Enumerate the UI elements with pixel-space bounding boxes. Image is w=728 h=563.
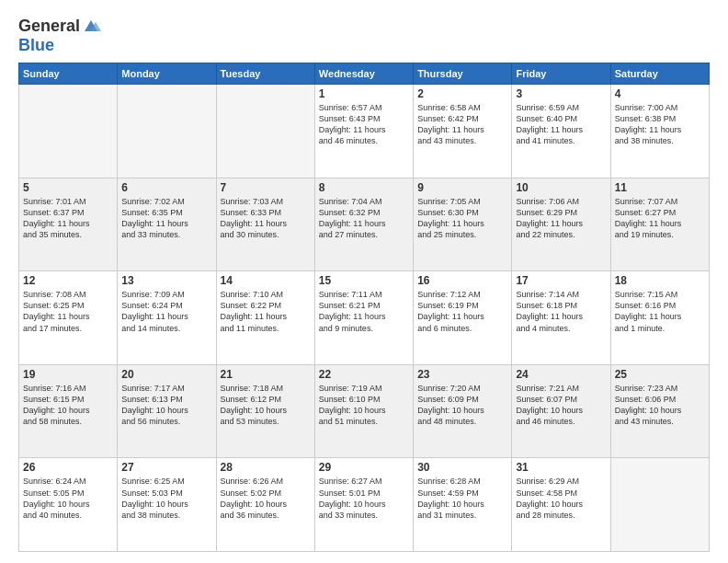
day-number: 14	[221, 274, 311, 287]
day-info: Sunrise: 7:12 AM Sunset: 6:19 PM Dayligh…	[417, 289, 507, 334]
calendar-cell: 7Sunrise: 7:03 AM Sunset: 6:33 PM Daylig…	[216, 178, 314, 271]
calendar-cell: 21Sunrise: 7:18 AM Sunset: 6:12 PM Dayli…	[216, 364, 314, 458]
logo-blue-text: Blue	[18, 36, 54, 55]
day-number: 3	[516, 87, 606, 100]
day-info: Sunrise: 6:27 AM Sunset: 5:01 PM Dayligh…	[319, 476, 409, 521]
logo-general-text: General	[18, 17, 80, 36]
calendar-cell: 11Sunrise: 7:07 AM Sunset: 6:27 PM Dayli…	[610, 178, 709, 271]
day-info: Sunrise: 7:05 AM Sunset: 6:30 PM Dayligh…	[417, 196, 507, 241]
calendar-cell: 14Sunrise: 7:10 AM Sunset: 6:22 PM Dayli…	[216, 271, 314, 365]
day-info: Sunrise: 7:19 AM Sunset: 6:10 PM Dayligh…	[319, 383, 409, 428]
day-number: 22	[319, 368, 409, 381]
calendar-page: General Blue SundayMondayTuesdayWednesda…	[0, 0, 728, 563]
calendar-week-row: 26Sunrise: 6:24 AM Sunset: 5:05 PM Dayli…	[19, 458, 710, 552]
calendar-cell: 26Sunrise: 6:24 AM Sunset: 5:05 PM Dayli…	[19, 458, 118, 552]
calendar-cell: 24Sunrise: 7:21 AM Sunset: 6:07 PM Dayli…	[512, 364, 610, 458]
day-number: 30	[417, 461, 507, 474]
day-number: 17	[516, 274, 606, 287]
calendar-week-row: 19Sunrise: 7:16 AM Sunset: 6:15 PM Dayli…	[19, 364, 710, 458]
calendar-cell: 4Sunrise: 7:00 AM Sunset: 6:38 PM Daylig…	[610, 85, 709, 178]
day-info: Sunrise: 7:14 AM Sunset: 6:18 PM Dayligh…	[516, 289, 606, 334]
day-info: Sunrise: 6:25 AM Sunset: 5:03 PM Dayligh…	[121, 476, 211, 521]
day-number: 11	[615, 181, 705, 194]
calendar-cell: 8Sunrise: 7:04 AM Sunset: 6:32 PM Daylig…	[314, 178, 413, 271]
calendar-cell: 1Sunrise: 6:57 AM Sunset: 6:43 PM Daylig…	[314, 85, 413, 178]
calendar-cell: 31Sunrise: 6:29 AM Sunset: 4:58 PM Dayli…	[512, 458, 610, 552]
day-number: 23	[417, 368, 507, 381]
calendar-cell: 20Sunrise: 7:17 AM Sunset: 6:13 PM Dayli…	[118, 364, 216, 458]
weekday-header-thursday: Thursday	[414, 63, 512, 85]
calendar-cell: 17Sunrise: 7:14 AM Sunset: 6:18 PM Dayli…	[512, 271, 610, 365]
calendar-week-row: 12Sunrise: 7:08 AM Sunset: 6:25 PM Dayli…	[19, 271, 710, 365]
day-number: 26	[23, 461, 113, 474]
day-info: Sunrise: 6:59 AM Sunset: 6:40 PM Dayligh…	[516, 102, 606, 147]
logo-icon	[81, 18, 101, 35]
weekday-header-wednesday: Wednesday	[314, 63, 413, 85]
day-info: Sunrise: 6:57 AM Sunset: 6:43 PM Dayligh…	[319, 102, 409, 147]
day-info: Sunrise: 7:09 AM Sunset: 6:24 PM Dayligh…	[121, 289, 211, 334]
day-info: Sunrise: 7:07 AM Sunset: 6:27 PM Dayligh…	[615, 196, 705, 241]
calendar-cell: 30Sunrise: 6:28 AM Sunset: 4:59 PM Dayli…	[414, 458, 512, 552]
calendar-cell	[19, 85, 118, 178]
day-info: Sunrise: 7:11 AM Sunset: 6:21 PM Dayligh…	[319, 289, 409, 334]
day-info: Sunrise: 6:24 AM Sunset: 5:05 PM Dayligh…	[23, 476, 113, 521]
calendar-cell: 10Sunrise: 7:06 AM Sunset: 6:29 PM Dayli…	[512, 178, 610, 271]
day-info: Sunrise: 6:26 AM Sunset: 5:02 PM Dayligh…	[221, 476, 311, 521]
calendar-cell: 2Sunrise: 6:58 AM Sunset: 6:42 PM Daylig…	[414, 85, 512, 178]
calendar-cell: 16Sunrise: 7:12 AM Sunset: 6:19 PM Dayli…	[414, 271, 512, 365]
day-info: Sunrise: 6:29 AM Sunset: 4:58 PM Dayligh…	[516, 476, 606, 521]
calendar-cell: 6Sunrise: 7:02 AM Sunset: 6:35 PM Daylig…	[118, 178, 216, 271]
day-info: Sunrise: 7:08 AM Sunset: 6:25 PM Dayligh…	[23, 289, 113, 334]
weekday-header-sunday: Sunday	[19, 63, 118, 85]
day-number: 29	[319, 461, 409, 474]
calendar-cell: 19Sunrise: 7:16 AM Sunset: 6:15 PM Dayli…	[19, 364, 118, 458]
calendar-week-row: 1Sunrise: 6:57 AM Sunset: 6:43 PM Daylig…	[19, 85, 710, 178]
day-number: 19	[23, 368, 113, 381]
calendar-cell	[118, 85, 216, 178]
day-info: Sunrise: 7:15 AM Sunset: 6:16 PM Dayligh…	[615, 289, 705, 334]
day-info: Sunrise: 7:23 AM Sunset: 6:06 PM Dayligh…	[615, 383, 705, 428]
weekday-header-row: SundayMondayTuesdayWednesdayThursdayFrid…	[19, 63, 710, 85]
day-info: Sunrise: 7:20 AM Sunset: 6:09 PM Dayligh…	[417, 383, 507, 428]
day-number: 2	[417, 87, 507, 100]
calendar-cell	[610, 458, 709, 552]
day-info: Sunrise: 7:18 AM Sunset: 6:12 PM Dayligh…	[221, 383, 311, 428]
weekday-header-saturday: Saturday	[610, 63, 709, 85]
day-number: 5	[23, 181, 113, 194]
day-number: 25	[615, 368, 705, 381]
day-number: 27	[121, 461, 211, 474]
calendar-cell: 23Sunrise: 7:20 AM Sunset: 6:09 PM Dayli…	[414, 364, 512, 458]
calendar-cell: 27Sunrise: 6:25 AM Sunset: 5:03 PM Dayli…	[118, 458, 216, 552]
day-number: 21	[221, 368, 311, 381]
day-info: Sunrise: 7:17 AM Sunset: 6:13 PM Dayligh…	[121, 383, 211, 428]
day-number: 4	[615, 87, 705, 100]
calendar-cell	[216, 85, 314, 178]
day-info: Sunrise: 7:03 AM Sunset: 6:33 PM Dayligh…	[221, 196, 311, 241]
day-info: Sunrise: 7:04 AM Sunset: 6:32 PM Dayligh…	[319, 196, 409, 241]
calendar-table: SundayMondayTuesdayWednesdayThursdayFrid…	[18, 63, 710, 552]
calendar-week-row: 5Sunrise: 7:01 AM Sunset: 6:37 PM Daylig…	[19, 178, 710, 271]
day-info: Sunrise: 7:16 AM Sunset: 6:15 PM Dayligh…	[23, 383, 113, 428]
day-info: Sunrise: 7:02 AM Sunset: 6:35 PM Dayligh…	[121, 196, 211, 241]
day-number: 13	[121, 274, 211, 287]
day-number: 6	[121, 181, 211, 194]
day-number: 24	[516, 368, 606, 381]
day-info: Sunrise: 7:21 AM Sunset: 6:07 PM Dayligh…	[516, 383, 606, 428]
day-number: 10	[516, 181, 606, 194]
day-info: Sunrise: 6:28 AM Sunset: 4:59 PM Dayligh…	[417, 476, 507, 521]
day-info: Sunrise: 7:10 AM Sunset: 6:22 PM Dayligh…	[221, 289, 311, 334]
day-info: Sunrise: 7:06 AM Sunset: 6:29 PM Dayligh…	[516, 196, 606, 241]
calendar-cell: 25Sunrise: 7:23 AM Sunset: 6:06 PM Dayli…	[610, 364, 709, 458]
calendar-cell: 13Sunrise: 7:09 AM Sunset: 6:24 PM Dayli…	[118, 271, 216, 365]
day-number: 31	[516, 461, 606, 474]
day-number: 9	[417, 181, 507, 194]
day-number: 16	[417, 274, 507, 287]
day-number: 28	[221, 461, 311, 474]
calendar-cell: 12Sunrise: 7:08 AM Sunset: 6:25 PM Dayli…	[19, 271, 118, 365]
day-info: Sunrise: 6:58 AM Sunset: 6:42 PM Dayligh…	[417, 102, 507, 147]
calendar-cell: 28Sunrise: 6:26 AM Sunset: 5:02 PM Dayli…	[216, 458, 314, 552]
weekday-header-monday: Monday	[118, 63, 216, 85]
logo: General Blue	[18, 17, 101, 55]
calendar-cell: 22Sunrise: 7:19 AM Sunset: 6:10 PM Dayli…	[314, 364, 413, 458]
calendar-cell: 29Sunrise: 6:27 AM Sunset: 5:01 PM Dayli…	[314, 458, 413, 552]
